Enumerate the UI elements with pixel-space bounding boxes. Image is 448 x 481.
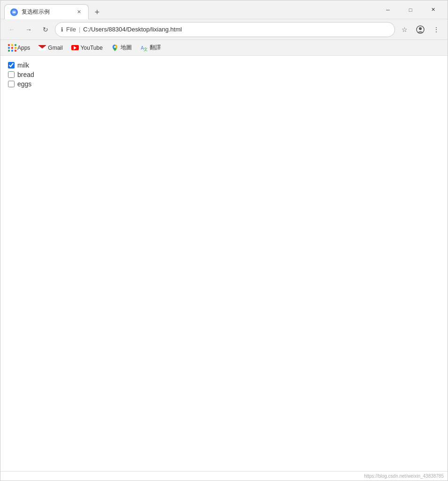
checkbox-item-eggs: eggs — [8, 80, 440, 88]
maps-favicon — [111, 44, 119, 52]
svg-point-4 — [114, 46, 116, 48]
browser-window: 复选框示例 ✕ + ─ □ ✕ ← → ↻ ℹ File | C:/Users/… — [0, 0, 448, 481]
tab-title: 复选框示例 — [22, 8, 71, 16]
reload-button[interactable]: ↻ — [38, 22, 53, 37]
tab-favicon — [10, 8, 18, 16]
checkbox-milk[interactable] — [8, 62, 15, 69]
back-button[interactable]: ← — [4, 22, 19, 37]
maximize-button[interactable]: □ — [400, 0, 421, 19]
bookmark-star-button[interactable]: ☆ — [397, 22, 412, 37]
checkbox-item-milk: milk — [8, 61, 440, 69]
profile-icon — [416, 25, 425, 34]
nav-actions: ☆ ⋮ — [397, 22, 444, 37]
svg-point-2 — [419, 27, 422, 30]
gmail-favicon — [38, 44, 46, 52]
active-tab[interactable]: 复选框示例 ✕ — [4, 4, 89, 19]
bookmark-apps[interactable]: Apps — [4, 42, 34, 53]
maps-label: 地圖 — [121, 44, 132, 52]
translate-label: 翻譯 — [150, 44, 161, 52]
bookmark-gmail[interactable]: Gmail — [35, 42, 66, 53]
address-path: C:/Users/88304/Desktop/lixiang.html — [83, 26, 389, 33]
page-content: milk bread eggs — [0, 56, 448, 471]
gmail-label: Gmail — [48, 45, 62, 51]
checkbox-eggs-label: eggs — [17, 80, 31, 88]
profile-button[interactable] — [413, 22, 428, 37]
tab-area: 复选框示例 ✕ + — [4, 0, 377, 19]
watermark-text: https://blog.csdn.net/weixin_43838785 — [364, 473, 444, 479]
apps-favicon — [8, 44, 15, 52]
apps-label: Apps — [17, 45, 30, 51]
youtube-favicon — [71, 44, 79, 52]
address-bar[interactable]: ℹ File | C:/Users/88304/Desktop/lixiang.… — [55, 22, 395, 37]
checkbox-bread[interactable] — [8, 71, 15, 78]
bookmark-maps[interactable]: 地圖 — [107, 42, 136, 53]
address-separator: | — [79, 26, 80, 33]
forward-button[interactable]: → — [21, 22, 36, 37]
bookmark-translate[interactable]: A 文 翻譯 — [137, 42, 165, 53]
security-icon: ℹ — [61, 26, 63, 33]
protocol-label: File — [66, 26, 76, 33]
bookmark-youtube[interactable]: YouTube — [68, 42, 106, 53]
title-bar: 复选框示例 ✕ + ─ □ ✕ — [0, 0, 448, 19]
checkbox-eggs[interactable] — [8, 81, 15, 87]
window-controls: ─ □ ✕ — [377, 0, 444, 19]
menu-button[interactable]: ⋮ — [429, 22, 444, 37]
status-bar: https://blog.csdn.net/weixin_43838785 — [0, 471, 448, 481]
new-tab-button[interactable]: + — [91, 6, 104, 19]
checkbox-bread-label: bread — [17, 71, 34, 78]
youtube-label: YouTube — [81, 45, 103, 51]
svg-text:文: 文 — [144, 47, 148, 52]
minimize-button[interactable]: ─ — [377, 0, 399, 19]
nav-bar: ← → ↻ ℹ File | C:/Users/88304/Desktop/li… — [0, 19, 448, 40]
checkbox-milk-label: milk — [17, 61, 29, 69]
checkbox-item-bread: bread — [8, 71, 440, 78]
close-button[interactable]: ✕ — [422, 0, 444, 19]
bookmarks-bar: Apps Gmail YouTube — [0, 40, 448, 56]
translate-favicon: A 文 — [140, 44, 148, 52]
tab-close-button[interactable]: ✕ — [75, 8, 83, 16]
